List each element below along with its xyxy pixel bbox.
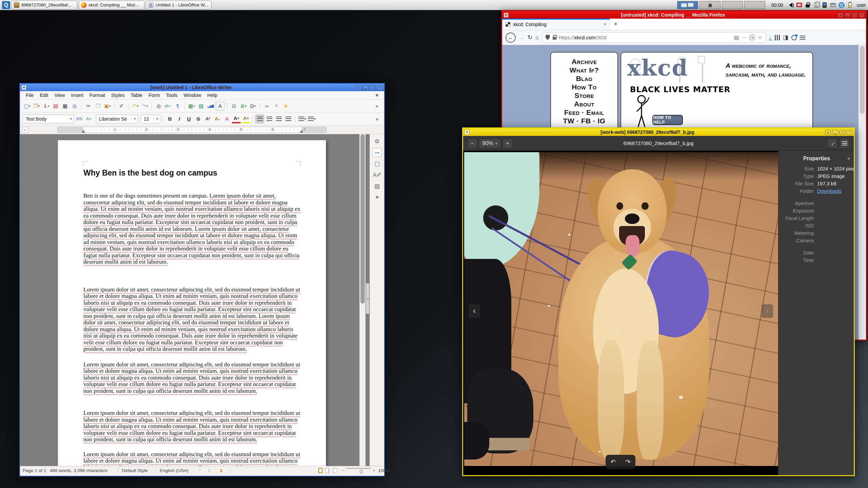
justify-button[interactable] xyxy=(284,115,293,123)
sidebars-icon[interactable]: ◨ xyxy=(783,34,788,41)
subscript-button[interactable]: A₂ xyxy=(213,115,222,123)
viewer-titlebar[interactable]: ▾ [work-web] 6968727080_29ecef8af7_b.jpg… xyxy=(463,128,854,136)
align-center-button[interactable] xyxy=(265,115,274,123)
properties-close-icon[interactable]: × xyxy=(845,156,852,161)
firefox-scrollbar[interactable] xyxy=(859,45,866,340)
sidebar-settings-icon[interactable]: ⚙ xyxy=(372,137,382,146)
padlock-icon[interactable] xyxy=(553,37,556,40)
menu-form[interactable]: Form xyxy=(145,92,163,99)
insert-table-button[interactable]: ▦▾ xyxy=(187,102,196,110)
underline-button[interactable]: U xyxy=(184,115,193,123)
writer-titlebar[interactable]: ▾ [work] Untitled 1 - LibreOffice Writer… xyxy=(20,84,384,91)
account-icon[interactable] xyxy=(791,35,797,40)
minimize-button[interactable]: ▁ xyxy=(845,13,850,18)
window-menu-icon[interactable]: ▾ xyxy=(21,85,26,90)
qubes-menu-button[interactable]: Q xyxy=(2,1,10,9)
page-count[interactable]: Page 1 of 1 xyxy=(23,468,46,473)
folder-link[interactable]: Downloads xyxy=(817,187,842,195)
page-actions-icon[interactable]: ⋯ xyxy=(742,35,747,41)
export-pdf-button[interactable]: ▤ xyxy=(51,102,60,110)
footnote-button[interactable]: ¹ xyxy=(272,102,281,110)
sidebar-page-icon[interactable]: ▢ xyxy=(372,159,382,168)
document-scrollbar[interactable] xyxy=(359,134,366,466)
menu-styles[interactable]: Styles xyxy=(108,92,128,99)
insert-field-button[interactable]: ≣▾ xyxy=(239,102,248,110)
taskbar-item-writer[interactable]: Untitled 1 - LibreOffice W... xyxy=(146,1,212,9)
maximize-button[interactable]: ▢ xyxy=(852,13,857,18)
xkcd-link-socials[interactable]: TW · FB · IG xyxy=(563,117,606,125)
horizontal-ruler[interactable]: 1 2 3 4 5 6 7 xyxy=(58,127,326,133)
close-button[interactable]: × xyxy=(377,85,383,90)
minimize-button[interactable]: ▁ xyxy=(363,85,369,90)
menu-table[interactable]: Table xyxy=(127,92,145,99)
align-right-button[interactable] xyxy=(274,115,283,123)
sidebar-navigator-icon[interactable]: ✦ xyxy=(372,193,382,202)
menu-window[interactable]: Window xyxy=(181,92,204,99)
superscript-button[interactable]: A² xyxy=(203,115,212,123)
lock-icon[interactable] xyxy=(804,2,811,8)
special-character-button[interactable]: Ω▾ xyxy=(249,102,257,110)
taskbar-item-image-viewer[interactable]: 6968727080_29ecef8af... xyxy=(12,1,77,9)
hyperlink-button[interactable]: ∞ xyxy=(262,102,271,110)
bookmark-button[interactable]: ★ xyxy=(281,102,290,110)
scrollbar-thumb[interactable] xyxy=(360,134,365,304)
cut-button[interactable]: ✂ xyxy=(84,102,93,110)
reader-mode-icon[interactable]: ▤ xyxy=(734,35,739,41)
align-left-button[interactable] xyxy=(255,115,264,123)
back-button[interactable]: ← xyxy=(506,33,516,43)
font-color-button[interactable]: A▾ xyxy=(232,115,241,123)
insert-image-button[interactable]: ▧ xyxy=(197,102,205,110)
rotate-left-button[interactable]: ↶ xyxy=(610,458,615,466)
clipboard-icon[interactable] xyxy=(813,2,820,8)
tab-xkcd[interactable]: xkcd: Compiling × xyxy=(502,19,610,30)
bold-button[interactable]: B xyxy=(165,115,174,123)
paste-button[interactable]: ▣▾ xyxy=(103,102,112,110)
highlight-color-button[interactable]: A▾ xyxy=(241,115,250,123)
open-button[interactable]: ❒▾ xyxy=(32,102,41,110)
fullscreen-button[interactable]: ↔ xyxy=(827,138,837,148)
shade-button[interactable]: ▴ xyxy=(825,130,831,135)
insert-text-box-button[interactable]: A xyxy=(216,102,224,110)
zoom-in-icon[interactable]: + xyxy=(373,468,375,473)
taskbar-item-firefox[interactable]: xkcd: Compiling __ Moz... xyxy=(79,1,144,9)
shade-button[interactable]: ▴ xyxy=(837,13,843,18)
qubes-domains-icon[interactable]: Q xyxy=(838,2,845,8)
xkcd-link-archive[interactable]: Archive xyxy=(572,57,597,66)
formatting-marks-button[interactable]: ¶ xyxy=(173,102,182,110)
xkcd-link-store[interactable]: Store xyxy=(574,91,594,100)
strikethrough-button[interactable]: S xyxy=(194,115,203,123)
downloads-icon[interactable]: ↓ xyxy=(769,35,772,40)
previous-image-button[interactable]: ‹ xyxy=(469,304,480,318)
sidebar-properties-icon[interactable]: ⊶ xyxy=(372,148,382,157)
toolbar-overflow-button[interactable]: » xyxy=(373,115,381,123)
multi-page-view-icon[interactable] xyxy=(325,468,329,473)
sidebar-styles-icon[interactable]: A✐ xyxy=(372,170,382,179)
print-button[interactable]: ▦ xyxy=(61,102,70,110)
insert-mode-icon[interactable]: I xyxy=(209,468,210,473)
url-bar[interactable]: https://xkcd.com/303/ ▤ ⋯ ∨ ☆ xyxy=(542,32,766,43)
undo-button[interactable]: ↶▾ xyxy=(131,102,140,110)
disk-icon[interactable] xyxy=(830,2,836,8)
workspace-3[interactable] xyxy=(722,1,743,9)
qube-manager-icon[interactable] xyxy=(796,2,803,8)
scrollbar-thumb[interactable] xyxy=(860,46,865,114)
battery-icon[interactable] xyxy=(847,2,853,8)
xkcd-link-whatif[interactable]: What If? xyxy=(570,66,599,74)
numbered-list-button[interactable]: ▾ xyxy=(307,115,316,123)
page-style[interactable]: Default Style xyxy=(122,468,148,473)
window-menu-icon[interactable]: ▾ xyxy=(465,130,470,135)
save-status-icon[interactable]: ⇓ xyxy=(219,468,223,473)
page-break-button[interactable]: ⊟ xyxy=(230,102,238,110)
next-image-button[interactable]: › xyxy=(762,304,773,318)
insert-chart-button[interactable]: ▂▅▇ xyxy=(206,102,215,110)
single-page-view-icon[interactable] xyxy=(318,468,322,473)
pocket-icon[interactable]: ∨ xyxy=(749,35,755,40)
url-text[interactable]: https://xkcd.com/303/ xyxy=(559,35,731,40)
window-menu-icon[interactable]: ▾ xyxy=(504,13,509,18)
sidebar-hide-handle[interactable]: ◂ xyxy=(366,283,369,314)
bookmark-star-icon[interactable]: ☆ xyxy=(758,35,762,41)
clear-formatting-button[interactable]: A xyxy=(222,115,231,123)
dog-photo[interactable] xyxy=(464,152,778,466)
redo-button[interactable]: ↷▾ xyxy=(140,102,149,110)
menu-help[interactable]: Help xyxy=(204,92,220,99)
